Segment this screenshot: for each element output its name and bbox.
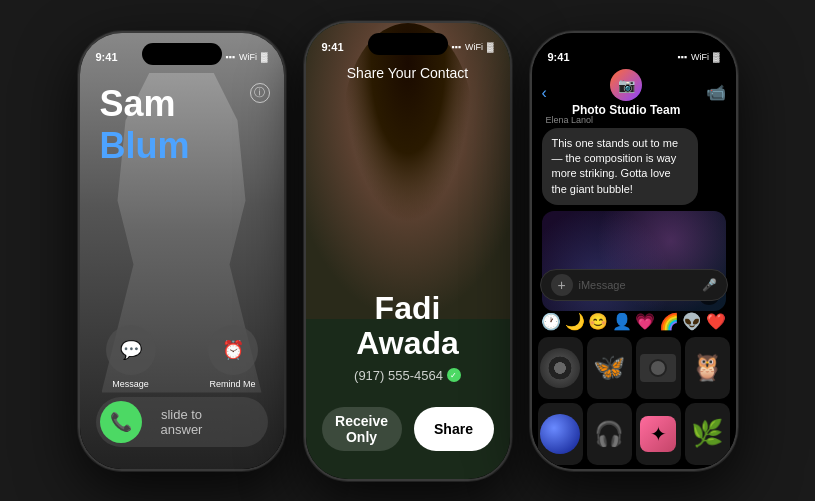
input-bar: + iMessage 🎤 [540, 269, 728, 301]
wifi-icon: WiFi [239, 52, 257, 62]
mic-button[interactable]: 🎤 [702, 278, 717, 292]
sticker-grid: 🦋 🦉 🎧 ✦ 🌿 [532, 337, 736, 465]
battery-icon: ▓ [261, 52, 268, 62]
emoji-alien[interactable]: 👽 [681, 307, 705, 337]
message-label: Message [112, 379, 149, 389]
status-time: 9:41 [322, 41, 344, 53]
contact-firstname: Fadi [375, 290, 441, 326]
signal-icon: ▪▪▪ [677, 52, 687, 62]
emoji-moon[interactable]: 🌙 [563, 307, 587, 337]
back-button[interactable]: ‹ [542, 84, 547, 102]
sender-name: Elena Lanol [542, 115, 726, 125]
phone-share-contact: 9:41 ▪▪▪ WiFi ▓ Share Your Contact Fadi … [304, 21, 512, 481]
remind-action[interactable]: ⏰ Remind Me [208, 325, 258, 389]
contact-lastname: Awada [356, 325, 459, 361]
dynamic-island [594, 43, 674, 65]
verified-icon: ✓ [447, 368, 461, 382]
butterfly-graphic: 🦋 [593, 352, 625, 383]
status-icons: ▪▪▪ WiFi ▓ [451, 42, 493, 52]
sphere-graphic [540, 414, 580, 454]
owl-graphic: 🦉 [691, 352, 723, 383]
battery-icon: ▓ [487, 42, 494, 52]
sticker-camera[interactable] [636, 337, 681, 399]
emoji-face[interactable]: 😊 [587, 307, 611, 337]
phone-incoming-call: 9:41 ▪▪▪ WiFi ▓ Sam Blum ⓘ 💬 Message ⏰ R… [78, 31, 286, 471]
call-actions: 💬 Message ⏰ Remind Me [80, 325, 284, 389]
slide-text: slide to answer [142, 407, 264, 437]
remind-circle: ⏰ [208, 325, 258, 375]
sticker-owl[interactable]: 🦉 [685, 337, 730, 399]
sticker-leaf[interactable]: 🌿 [685, 403, 730, 465]
status-time: 9:41 [548, 51, 570, 63]
receive-only-button[interactable]: Receive Only [322, 407, 402, 451]
emoji-heart[interactable]: 💗 [634, 307, 658, 337]
phone-messages: 9:41 ▪▪▪ WiFi ▓ ‹ 📷 Photo Studio Team 📹 … [530, 31, 738, 471]
caller-lastname: Blum [100, 125, 284, 167]
signal-icon: ▪▪▪ [225, 52, 235, 62]
plus-button[interactable]: + [551, 274, 573, 296]
contact-info: Fadi Awada (917) 555-4564 ✓ [306, 291, 510, 382]
status-time: 9:41 [96, 51, 118, 63]
back-icon: ‹ [542, 84, 547, 102]
share-contact-header: Share Your Contact [306, 65, 510, 81]
wifi-icon: WiFi [465, 42, 483, 52]
phones-container: 9:41 ▪▪▪ WiFi ▓ Sam Blum ⓘ 💬 Message ⏰ R… [0, 0, 815, 501]
phone-number-text: (917) 555-4564 [354, 368, 443, 383]
sticker-headphones[interactable]: 🎧 [587, 403, 632, 465]
message-circle: 💬 [106, 325, 156, 375]
signal-icon: ▪▪▪ [451, 42, 461, 52]
emoji-clock[interactable]: 🕐 [540, 307, 564, 337]
emoji-rainbow[interactable]: 🌈 [657, 307, 681, 337]
share-button[interactable]: Share [414, 407, 494, 451]
emoji-row: 🕐 🌙 😊 👤 💗 🌈 👽 ❤️ [532, 307, 736, 337]
sticker-vinyl[interactable] [538, 337, 583, 399]
dynamic-island [368, 33, 448, 55]
vinyl-graphic [540, 348, 580, 388]
contact-fullname: Fadi Awada [306, 291, 510, 361]
message-action[interactable]: 💬 Message [106, 325, 156, 389]
messages-header: ‹ 📷 Photo Studio Team 📹 [532, 69, 736, 117]
sticker-sphere[interactable] [538, 403, 583, 465]
phone-icon: 📞 [110, 411, 132, 433]
sticker-swift[interactable]: ✦ [636, 403, 681, 465]
video-call-button[interactable]: 📹 [706, 83, 726, 102]
status-icons: ▪▪▪ WiFi ▓ [225, 52, 267, 62]
answer-button[interactable]: 📞 [100, 401, 142, 443]
info-button[interactable]: ⓘ [250, 83, 270, 103]
swift-graphic: ✦ [640, 416, 676, 452]
remind-label: Remind Me [209, 379, 255, 389]
emoji-person[interactable]: 👤 [610, 307, 634, 337]
group-avatar: 📷 [610, 69, 642, 101]
status-icons: ▪▪▪ WiFi ▓ [677, 52, 719, 62]
battery-icon: ▓ [713, 52, 720, 62]
wifi-icon: WiFi [691, 52, 709, 62]
camera-graphic [640, 354, 676, 382]
message-bubble: This one stands out to me — the composit… [542, 128, 698, 206]
dynamic-island [142, 43, 222, 65]
leaf-graphic: 🌿 [691, 418, 723, 449]
imessage-input[interactable]: iMessage [579, 279, 702, 291]
group-info: 📷 Photo Studio Team [572, 69, 680, 117]
sticker-butterfly[interactable]: 🦋 [587, 337, 632, 399]
contact-phone-number: (917) 555-4564 ✓ [306, 368, 510, 383]
headphones-graphic: 🎧 [594, 420, 624, 448]
share-buttons: Receive Only Share [322, 407, 494, 451]
slide-to-answer[interactable]: 📞 slide to answer [96, 397, 268, 447]
emoji-red-heart[interactable]: ❤️ [704, 307, 728, 337]
